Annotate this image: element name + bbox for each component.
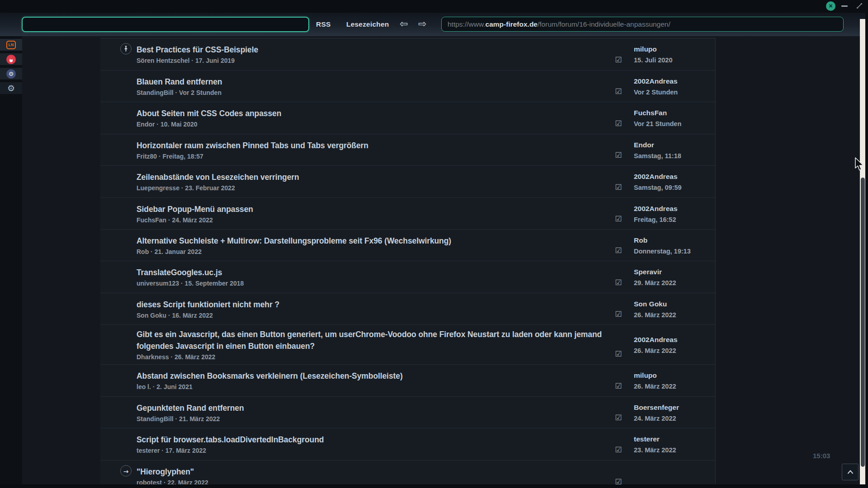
topic-title-link[interactable]: Script für browser.tabs.loadDivertedInBa…	[137, 434, 614, 446]
topic-title-link[interactable]: Sidebar Popup-Menü anpassen	[137, 203, 614, 215]
topic-last-post: Boersenfeger 24. März 2022	[634, 403, 714, 422]
topic-row[interactable]: Alternative Suchleiste + Multirow: Darst…	[100, 230, 715, 261]
firefox-window: { "colors": { "accent_teal": "#3ec0a2", …	[0, 0, 868, 488]
topic-last-post: milupo 26. März 2022	[634, 371, 714, 390]
last-poster-link[interactable]: 2002Andreas	[634, 204, 714, 213]
last-poster-link[interactable]: 2002Andreas	[634, 335, 714, 344]
last-poster-link[interactable]: testerer	[634, 435, 714, 444]
topic-title-link[interactable]: Blauen Rand entfernen	[137, 76, 614, 88]
last-poster-link[interactable]: FuchsFan	[634, 108, 714, 117]
topic-row[interactable]: dieses Script funktioniert nicht mehr ? …	[100, 293, 715, 325]
mark-read-checkbox-icon[interactable]: ☑	[614, 87, 623, 96]
topic-title-link[interactable]: About Seiten mit CSS Codes anpassen	[137, 108, 614, 119]
last-post-date: 24. März 2022	[634, 414, 714, 422]
last-poster-link[interactable]: 2002Andreas	[634, 172, 714, 181]
last-post-date: Donnerstag, 19:13	[634, 247, 714, 255]
sidebar-tab-settings-page[interactable]: ⚙	[0, 68, 22, 80]
topic-last-post: 2002Andreas Vor 2 Stunden	[634, 76, 714, 96]
mark-read-checkbox-icon[interactable]: ☑	[614, 349, 623, 358]
last-post-date: Samstag, 09:59	[634, 183, 714, 192]
sidebar-tab-ln[interactable]: LN	[0, 39, 22, 51]
last-poster-link[interactable]: Endor	[634, 140, 714, 149]
vertical-tab-strip: LN ⚙ ⚙	[0, 36, 22, 488]
topic-last-post: 2002Andreas 26. März 2022	[634, 335, 714, 354]
window-titlebar: ×	[0, 0, 868, 13]
topic-byline: universum123 · 15. September 2018	[137, 279, 614, 287]
topic-main: Best Practices für CSS-Beispiele Sören H…	[137, 44, 614, 65]
search-input[interactable]	[22, 17, 309, 32]
scroll-to-top-button[interactable]	[842, 464, 859, 480]
forward-arrow-icon[interactable]: ⇨	[418, 13, 426, 36]
topic-title-link[interactable]: Alternative Suchleiste + Multirow: Darst…	[137, 235, 614, 247]
mark-read-checkbox-icon[interactable]: ☑	[614, 183, 623, 192]
mark-read-checkbox-icon[interactable]: ☑	[614, 55, 623, 64]
topic-title-link[interactable]: Horizontaler raum zwischen Pinned Tabs u…	[137, 140, 614, 151]
mark-read-checkbox-icon[interactable]: ☑	[614, 119, 623, 128]
topic-byline: testerer · 17. März 2022	[137, 446, 614, 455]
topic-row[interactable]: → "Hieroglyphen" robotest · 22. März 202…	[100, 460, 715, 488]
topic-byline: Fritz80 · Freitag, 18:57	[137, 152, 614, 160]
topic-row[interactable]: Abstand zwischen Booksmarks verkleinern …	[100, 365, 715, 397]
topic-title-link[interactable]: Gepunkteten Rand entfernen	[137, 402, 614, 414]
topic-main: Alternative Suchleiste + Multirow: Darst…	[137, 235, 614, 256]
last-poster-link[interactable]: Boersenfeger	[634, 403, 714, 412]
last-poster-link[interactable]: Rob	[634, 235, 714, 244]
topic-title-link[interactable]: Abstand zwischen Booksmarks verkleinern …	[137, 370, 614, 382]
url-domain: camp-firefox.de	[486, 20, 538, 28]
sidebar-tab-camp-firefox[interactable]	[0, 53, 22, 65]
topic-row[interactable]: Zeilenabstände von Lesezeichen verringer…	[100, 166, 715, 198]
topic-row[interactable]: Script für browser.tabs.loadDivertedInBa…	[100, 428, 715, 460]
topic-main: Horizontaler raum zwischen Pinned Tabs u…	[137, 140, 614, 160]
topic-row[interactable]: TranslateGoogles.uc.js universum123 · 15…	[100, 261, 715, 293]
last-poster-link[interactable]: 2002Andreas	[634, 76, 714, 85]
topic-row[interactable]: About Seiten mit CSS Codes anpassen Endo…	[100, 102, 715, 134]
mark-read-checkbox-icon[interactable]: ☑	[614, 246, 623, 255]
mark-read-checkbox-icon[interactable]: ☑	[614, 278, 623, 287]
url-prefix: https://www.	[448, 20, 486, 28]
topic-byline: Rob · 21. Januar 2022	[137, 248, 614, 256]
topic-title-link[interactable]: Gibt es ein Javascript, das einen Button…	[137, 328, 614, 352]
topic-title-link[interactable]: Best Practices für CSS-Beispiele	[137, 44, 614, 56]
window-minimize-button[interactable]	[841, 5, 848, 7]
topic-main: Script für browser.tabs.loadDivertedInBa…	[137, 434, 614, 455]
topic-title-link[interactable]: Zeilenabstände von Lesezeichen verringer…	[137, 171, 614, 183]
ln-logo-icon: LN	[6, 41, 16, 49]
last-poster-link[interactable]: Son Goku	[634, 299, 714, 308]
mark-read-checkbox-icon[interactable]: ☑	[614, 445, 623, 454]
last-post-date: Freitag, 16:52	[634, 215, 714, 223]
topic-byline: leo l. · 2. Juni 2021	[137, 383, 614, 391]
last-poster-link[interactable]: Speravir	[634, 267, 714, 277]
topic-row[interactable]: Blauen Rand entfernen StandingBill · Vor…	[100, 70, 715, 102]
last-poster-link[interactable]: milupo	[634, 371, 714, 380]
topic-byline: Luepengresse · 23. Februar 2022	[137, 184, 614, 192]
last-post-date: 26. März 2022	[634, 346, 714, 354]
window-close-button[interactable]: ×	[826, 1, 835, 11]
last-post-date: 26. März 2022	[634, 382, 714, 390]
url-bar[interactable]: https://www.camp-firefox.de/forum/forum/…	[441, 17, 844, 32]
topic-main: "Hieroglyphen" robotest · 22. März 2022	[137, 466, 614, 487]
topic-row[interactable]: Horizontaler raum zwischen Pinned Tabs u…	[100, 134, 715, 166]
page-scrollbar-thumb[interactable]	[861, 178, 865, 467]
sidebar-tab-preferences[interactable]: ⚙	[0, 82, 22, 94]
bookmarks-button[interactable]: Lesezeichen	[346, 13, 389, 36]
topic-row[interactable]: Gibt es ein Javascript, das einen Button…	[100, 325, 715, 365]
topic-row[interactable]: Best Practices für CSS-Beispiele Sören H…	[100, 38, 715, 70]
mark-read-checkbox-icon[interactable]: ☑	[614, 310, 623, 319]
back-arrow-icon[interactable]: ⇦	[400, 13, 408, 36]
window-restore-icon[interactable]	[856, 2, 863, 9]
mark-read-checkbox-icon[interactable]: ☑	[614, 150, 623, 160]
topic-title-link[interactable]: dieses Script funktioniert nicht mehr ?	[137, 299, 614, 310]
mark-read-checkbox-icon[interactable]: ☑	[614, 214, 623, 223]
topic-row[interactable]: Sidebar Popup-Menü anpassen FuchsFan · 2…	[100, 198, 715, 230]
page-scrollbar-track[interactable]	[860, 19, 865, 484]
mark-read-checkbox-icon[interactable]: ☑	[614, 413, 623, 422]
last-poster-link[interactable]: milupo	[634, 45, 714, 54]
gear-outline-icon: ⚙	[7, 82, 15, 94]
topic-title-link[interactable]: "Hieroglyphen"	[137, 466, 614, 478]
last-post-date: Vor 2 Stunden	[634, 88, 714, 96]
topic-row[interactable]: Gepunkteten Rand entfernen StandingBill …	[100, 397, 715, 428]
mark-read-checkbox-icon[interactable]: ☑	[614, 381, 623, 390]
topic-title-link[interactable]: TranslateGoogles.uc.js	[137, 267, 614, 278]
rss-button[interactable]: RSS	[316, 13, 330, 36]
window-bottom-edge	[0, 484, 868, 488]
